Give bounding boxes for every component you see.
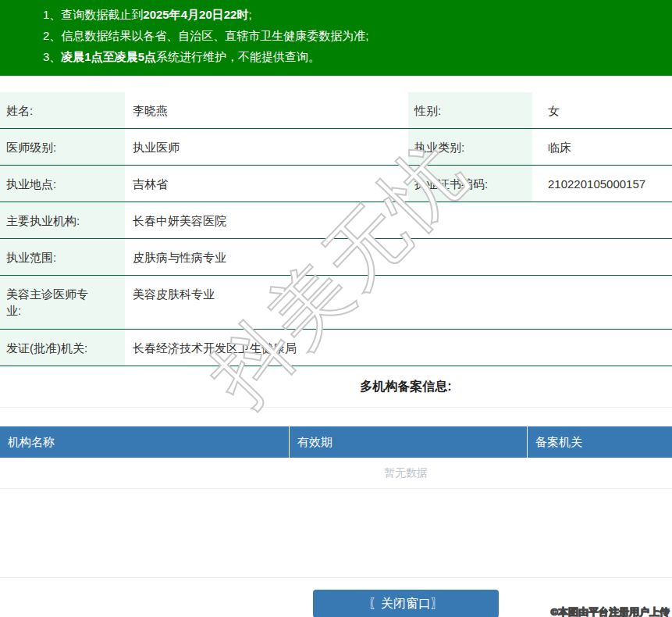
field-value-practice-place: 吉林省: [125, 166, 408, 202]
upload-caption: ©本图由平台注册用户上传: [550, 605, 670, 617]
footer: 〖关闭窗口〗 ©本图由平台注册用户上传: [0, 578, 672, 617]
close-window-button[interactable]: 〖关闭窗口〗: [313, 590, 499, 617]
field-value-issuing-authority: 长春经济技术开发区卫生健康局: [125, 330, 672, 366]
notice-text-bold: 2025年4月20日22时: [143, 8, 248, 21]
notice-item: 1、查询数据截止到2025年4月20日22时;: [0, 4, 672, 25]
field-label-certificate-number: 执业证书编码:: [408, 166, 532, 202]
table-row: 执业地点: 吉林省 执业证书编码: 210220105000157: [0, 166, 672, 202]
field-label-practice-category: 执业类别:: [408, 129, 532, 165]
empty-data-text: 暂无数据: [384, 466, 428, 480]
field-label-practice-place: 执业地点:: [0, 166, 125, 202]
table-row: 美容主诊医师专业: 美容皮肤科专业: [0, 276, 672, 330]
field-value-practice-scope: 皮肤病与性病专业: [125, 239, 672, 275]
field-label-gender: 性别:: [408, 92, 532, 128]
doctor-info-table: 姓名: 李晓燕 性别: 女 医师级别: 执业医师 执业类别: 临床 执业地点: …: [0, 92, 672, 366]
field-value-gender: 女: [532, 92, 672, 128]
field-value-doctor-level: 执业医师: [125, 129, 408, 165]
notice-text: 系统进行维护，不能提供查询。: [156, 50, 320, 63]
table-row: 执业范围: 皮肤病与性病专业: [0, 239, 672, 276]
column-header-record-authority: 备案机关: [528, 426, 672, 458]
field-value-name: 李晓燕: [125, 92, 408, 128]
field-label-cosmetic-specialty: 美容主诊医师专业:: [0, 276, 125, 329]
field-value-certificate-number: 210220105000157: [532, 166, 672, 202]
notice-text-bold: 凌晨1点至凌晨5点: [61, 50, 156, 63]
field-value-main-institution: 长春中妍美容医院: [125, 202, 672, 238]
field-value-practice-category: 临床: [532, 129, 672, 165]
notice-item: 3、凌晨1点至凌晨5点系统进行维护，不能提供查询。: [0, 46, 672, 67]
field-value-cosmetic-specialty: 美容皮肤科专业: [125, 276, 672, 329]
field-label-issuing-authority: 发证(批准)机关:: [0, 330, 125, 366]
notice-text: ;: [248, 8, 251, 21]
table-row: 医师级别: 执业医师 执业类别: 临床: [0, 129, 672, 166]
notice-text: 信息数据结果以各省、自治区、直辖市卫生健康委数据为准;: [61, 29, 368, 42]
notice-banner: 1、查询数据截止到2025年4月20日22时; 2、信息数据结果以各省、自治区、…: [0, 0, 672, 76]
notice-number: 2、: [43, 29, 61, 42]
notice-item: 2、信息数据结果以各省、自治区、直辖市卫生健康委数据为准;: [0, 25, 672, 46]
table-row: 姓名: 李晓燕 性别: 女: [0, 92, 672, 129]
section-title: 多机构备案信息:: [360, 379, 451, 395]
column-header-validity-period: 有效期: [290, 426, 528, 458]
notice-text: 查询数据截止到: [61, 8, 143, 21]
spacer: [0, 489, 672, 578]
table-row: 主要执业机构: 长春中妍美容医院: [0, 202, 672, 239]
table-row: 发证(批准)机关: 长春经济技术开发区卫生健康局: [0, 330, 672, 366]
field-label-doctor-level: 医师级别:: [0, 129, 125, 165]
column-header-institution-name: 机构名称: [0, 426, 290, 458]
registry-table-empty-row: 暂无数据: [0, 458, 672, 489]
field-label-practice-scope: 执业范围:: [0, 239, 125, 275]
notice-number: 1、: [43, 8, 61, 21]
spacer: [0, 408, 672, 426]
field-label-main-institution: 主要执业机构:: [0, 202, 125, 238]
registry-table-header: 机构名称 有效期 备案机关: [0, 426, 672, 458]
notice-number: 3、: [43, 50, 61, 63]
section-heading-multi-institution: 多机构备案信息:: [0, 366, 672, 408]
field-label-name: 姓名:: [0, 92, 125, 128]
